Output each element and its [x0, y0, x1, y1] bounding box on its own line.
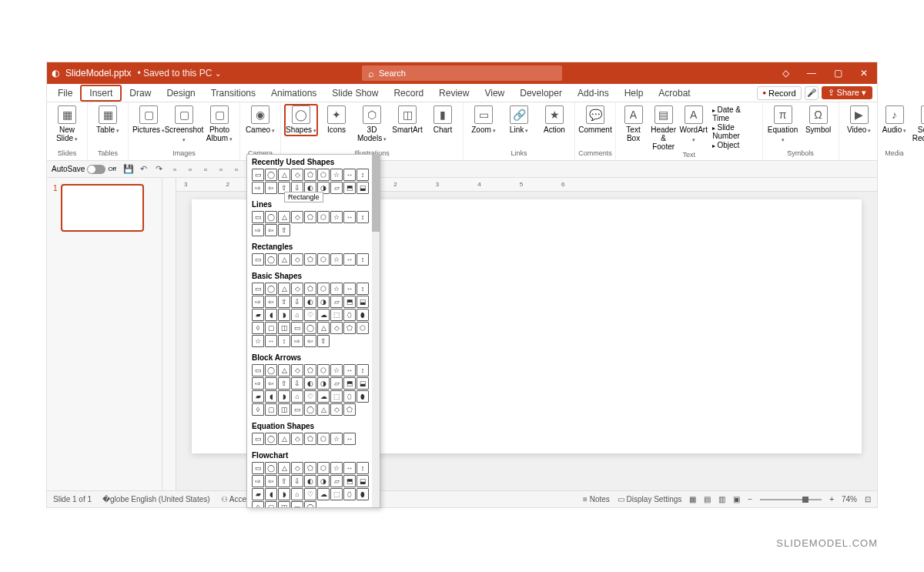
shape-option[interactable]: ☆	[252, 335, 264, 347]
shape-option[interactable]: ↔	[343, 211, 356, 223]
shape-option[interactable]: ↔	[265, 335, 277, 347]
shape-option[interactable]: ◐	[304, 475, 316, 487]
shape-option[interactable]: ◑	[317, 377, 330, 390]
shape-option[interactable]: ◖	[265, 309, 277, 321]
shape-option[interactable]: △	[278, 433, 290, 445]
qat-icon[interactable]: ▫	[230, 163, 243, 176]
shape-option[interactable]: ⇧	[317, 335, 330, 347]
tab-transitions[interactable]: Transitions	[203, 84, 263, 102]
shape-option[interactable]: ⌂	[291, 390, 303, 403]
ribbon-action[interactable]: ★Action	[537, 104, 571, 134]
shape-option[interactable]: ⌂	[291, 309, 303, 321]
shape-option[interactable]: ◗	[278, 390, 290, 403]
shape-option[interactable]: ⬚	[330, 390, 343, 403]
shape-option[interactable]: ⌂	[291, 488, 303, 500]
ribbon-text-box[interactable]: AText Box	[619, 104, 648, 142]
ribbon-video[interactable]: ▶Video	[842, 104, 876, 135]
shape-option[interactable]: ◇	[330, 403, 343, 416]
shape-option[interactable]: ☁	[317, 309, 330, 321]
shape-option[interactable]: ↕	[357, 211, 369, 223]
ribbon-wordart[interactable]: AWordArt	[679, 104, 708, 144]
shape-option[interactable]: ☁	[317, 390, 330, 403]
shape-option[interactable]: ♡	[304, 390, 316, 403]
shape-option[interactable]: ⬮	[357, 390, 369, 403]
shape-option[interactable]: ◇	[291, 364, 303, 376]
shape-option[interactable]: ◫	[278, 501, 290, 508]
undo-icon[interactable]: ↶	[138, 163, 150, 176]
shape-option[interactable]: ⬒	[343, 475, 356, 487]
shape-option[interactable]: ◇	[291, 433, 303, 445]
shape-option[interactable]: ⇦	[265, 377, 277, 390]
shape-option[interactable]: ↔	[343, 169, 356, 181]
shape-option[interactable]: ⬠	[304, 364, 316, 376]
shape-option[interactable]: ◇	[330, 322, 343, 334]
ribbon-object[interactable]: Object	[712, 141, 755, 149]
shape-option[interactable]: ↔	[343, 462, 356, 474]
shape-option[interactable]: ▭	[252, 253, 264, 266]
ribbon-audio[interactable]: ♪Audio	[878, 104, 912, 135]
shape-option[interactable]: ⬮	[357, 488, 369, 500]
shape-option[interactable]: ☆	[330, 364, 343, 376]
qat-icon[interactable]: ▫	[199, 163, 212, 176]
ribbon-chart[interactable]: ▮Chart	[426, 104, 460, 134]
minimize-icon[interactable]: —	[798, 62, 825, 84]
shape-option[interactable]: ◯	[265, 283, 277, 295]
shape-option[interactable]: ◯	[265, 364, 277, 376]
shape-option[interactable]: ↕	[357, 253, 369, 266]
tab-review[interactable]: Review	[431, 84, 477, 102]
shape-option[interactable]: ⬠	[343, 403, 356, 416]
view-normal-icon[interactable]: ▦	[689, 495, 696, 503]
shape-option[interactable]: ▰	[252, 390, 264, 403]
zoom-level[interactable]: 74%	[842, 495, 857, 503]
shape-option[interactable]: ⬡	[317, 211, 330, 223]
shape-option[interactable]: ⬡	[357, 322, 369, 334]
shape-option[interactable]: ▢	[265, 403, 277, 416]
slide-counter[interactable]: Slide 1 of 1	[53, 495, 92, 503]
ribbon-photo-album[interactable]: ▢Photo Album	[203, 104, 236, 143]
ribbon-comment[interactable]: 💬Comment	[578, 104, 612, 134]
shape-option[interactable]: ↔	[343, 433, 356, 445]
shape-option[interactable]: ⬠	[304, 169, 316, 181]
zoom-out-icon[interactable]: −	[748, 495, 752, 503]
shape-option[interactable]: ⬡	[317, 253, 330, 266]
shape-option[interactable]: ▭	[252, 283, 264, 295]
shape-option[interactable]: ⬡	[317, 364, 330, 376]
shape-option[interactable]: ◯	[304, 403, 316, 416]
ribbon-zoom[interactable]: ▭Zoom	[467, 104, 500, 135]
ribbon-symbol[interactable]: ΩSymbol	[802, 104, 835, 134]
tab-help[interactable]: Help	[617, 84, 651, 102]
share-button[interactable]: ⇪ Share ▾	[822, 86, 872, 99]
tab-view[interactable]: View	[477, 84, 512, 102]
shape-option[interactable]: ⇨	[252, 475, 264, 487]
shape-option[interactable]: ↔	[343, 283, 356, 295]
shape-option[interactable]: ☁	[317, 488, 330, 500]
shape-option[interactable]: ⇨	[291, 335, 303, 347]
shape-option[interactable]: ▱	[330, 182, 343, 194]
shape-option[interactable]: △	[278, 364, 290, 376]
zoom-slider[interactable]	[760, 499, 822, 500]
shape-option[interactable]: ⬠	[343, 322, 356, 334]
ribbon-shapes[interactable]: ◯Shapes	[284, 104, 318, 136]
tab-design[interactable]: Design	[159, 84, 203, 102]
record-button[interactable]: Record	[757, 86, 801, 100]
ribbon-cameo[interactable]: ◉Cameo	[243, 104, 277, 135]
ribbon-screenshot[interactable]: ▢Screenshot	[167, 104, 201, 144]
shape-option[interactable]: ⇩	[291, 377, 303, 390]
shape-option[interactable]: ▭	[252, 169, 264, 181]
shape-option[interactable]: ⬓	[357, 475, 369, 487]
mic-icon[interactable]: 🎤	[805, 86, 819, 100]
shape-option[interactable]: ⇦	[265, 182, 277, 194]
shape-option[interactable]: ⬮	[357, 309, 369, 321]
shape-option[interactable]: ⬠	[304, 462, 316, 474]
shape-option[interactable]: ⇧	[278, 475, 290, 487]
shape-option[interactable]: ⇧	[278, 377, 290, 390]
tab-draw[interactable]: Draw	[122, 84, 159, 102]
shape-option[interactable]: ⇦	[265, 475, 277, 487]
shape-option[interactable]: ⬯	[343, 309, 356, 321]
close-icon[interactable]: ✕	[851, 62, 877, 84]
shape-option[interactable]: △	[317, 403, 330, 416]
qat-icon[interactable]: ▫	[184, 163, 196, 176]
zoom-in-icon[interactable]: +	[829, 495, 834, 503]
shape-option[interactable]: ⬡	[317, 283, 330, 295]
fit-icon[interactable]: ⊡	[865, 495, 871, 503]
